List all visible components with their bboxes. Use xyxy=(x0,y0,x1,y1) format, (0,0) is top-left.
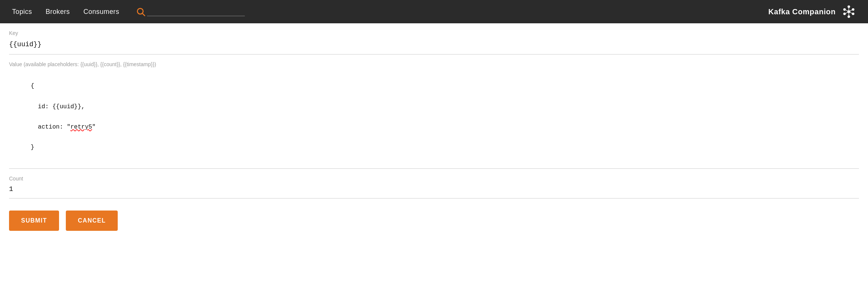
nav-consumers[interactable]: Consumers xyxy=(83,8,133,16)
value-line4: } xyxy=(31,144,35,151)
main-content: Key {{uuid}} Value (available placeholde… xyxy=(0,23,868,238)
nav: Topics Brokers Consumers xyxy=(12,8,133,16)
svg-point-5 xyxy=(843,8,846,11)
search-icon[interactable] xyxy=(136,7,146,17)
svg-point-4 xyxy=(848,15,850,18)
svg-line-13 xyxy=(845,12,848,13)
count-label: Count xyxy=(9,176,859,182)
svg-point-2 xyxy=(847,10,850,13)
key-value: {{uuid}} xyxy=(9,40,859,49)
nav-brokers[interactable]: Brokers xyxy=(46,8,83,16)
svg-point-8 xyxy=(852,12,854,15)
svg-line-11 xyxy=(845,10,848,11)
cancel-button[interactable]: CANCEL xyxy=(66,211,118,231)
key-label: Key xyxy=(9,30,859,36)
value-retry-word: retry5 xyxy=(70,124,92,130)
button-row: SUBMIT CANCEL xyxy=(9,198,859,238)
svg-point-7 xyxy=(843,12,846,15)
brand-name: Kafka Companion xyxy=(768,8,836,16)
brand: Kafka Companion xyxy=(768,5,856,19)
value-label: Value (available placeholders: {{uuid}},… xyxy=(9,61,859,67)
key-section: Key {{uuid}} xyxy=(9,23,859,55)
value-content: { id: {{uuid}}, action: "retry5" } xyxy=(9,71,859,163)
count-value: 1 xyxy=(9,185,859,193)
value-section: Value (available placeholders: {{uuid}},… xyxy=(9,55,859,169)
nav-topics[interactable]: Topics xyxy=(12,8,46,16)
search-input[interactable] xyxy=(147,8,245,16)
submit-button[interactable]: SUBMIT xyxy=(9,211,59,231)
search-area xyxy=(136,7,245,17)
svg-line-12 xyxy=(850,12,852,13)
value-line1: { xyxy=(31,83,35,89)
svg-line-14 xyxy=(850,10,852,11)
value-line2: id: {{uuid}}, xyxy=(31,103,85,110)
svg-line-1 xyxy=(143,14,145,16)
count-section: Count 1 xyxy=(9,169,859,198)
value-line3-prefix: action: "retry5" xyxy=(31,124,96,130)
header: Topics Brokers Consumers Kafka Companion xyxy=(0,0,868,23)
kafka-icon xyxy=(842,5,856,19)
svg-point-6 xyxy=(852,8,854,11)
svg-point-3 xyxy=(848,5,850,8)
